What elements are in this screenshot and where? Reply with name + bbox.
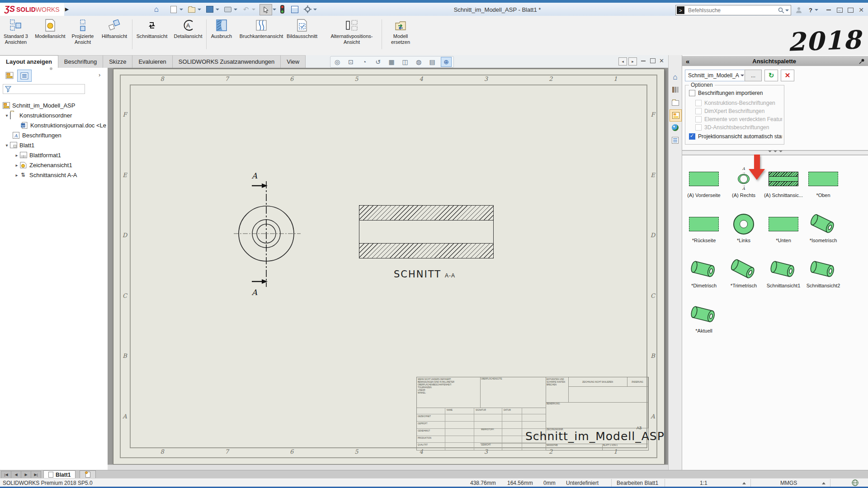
tree-item-konstruktionsjournal[interactable]: W Konstruktionsjournal.doc <Le (0, 120, 108, 130)
zoom-area-icon[interactable]: ⊡ (346, 57, 356, 66)
collapse-arrow-icon[interactable]: ▸ (14, 163, 20, 168)
save-dropdown[interactable] (215, 4, 220, 14)
tree-item-zeichenansicht1[interactable]: ▸ Zeichenansicht1 (0, 160, 108, 170)
graphics-area[interactable]: 87 65 43 21 87 65 43 21 F E D C B A F (108, 68, 668, 470)
rebuild-traffic-light-icon[interactable] (280, 5, 284, 14)
pin-icon[interactable] (859, 58, 865, 64)
tab-view[interactable]: View (281, 55, 306, 68)
palette-view-aktuell[interactable]: *Aktuell (684, 299, 724, 344)
select-tool-button[interactable] (259, 4, 272, 15)
tree-item-beschriftungen[interactable]: A Beschriftungen (0, 130, 108, 140)
add-sheet-tab[interactable] (80, 470, 96, 479)
expand-arrow-icon[interactable]: ▾ (4, 143, 10, 148)
user-account-icon[interactable] (794, 5, 804, 14)
tab-layout-anzeigen[interactable]: Layout anzeigen (0, 55, 58, 68)
browse-button[interactable]: ... (745, 70, 762, 81)
tab-evaluieren[interactable]: Evaluieren (132, 55, 172, 68)
palette-view-links[interactable]: *Links (724, 209, 764, 254)
document-dropdown[interactable]: Schnitt_im_Modell_A (685, 70, 747, 81)
tree-item-konstruktionsordner[interactable]: ▾ Konstruktionsordner (0, 110, 108, 120)
auxiliary-view-button[interactable]: Hilfsansicht (99, 19, 130, 53)
home-icon[interactable]: ⌂ (151, 4, 162, 14)
front-view-with-cut-line[interactable]: A A (226, 167, 311, 302)
help-dropdown[interactable] (814, 5, 819, 14)
palette-view-rueckseite[interactable]: *Rückseite (684, 209, 724, 254)
view-settings-icon[interactable]: ⊕ (441, 57, 452, 67)
collapse-panel-button[interactable]: « (686, 57, 689, 65)
prev-sheet-button[interactable]: ◀ (11, 471, 21, 479)
last-sheet-button[interactable]: ▶| (31, 471, 41, 479)
units-dropdown-arrow[interactable] (822, 482, 826, 484)
checkbox-icon[interactable] (689, 90, 695, 96)
tree-item-blatt1[interactable]: ▾ Blatt1 (0, 140, 108, 150)
child-minimize-icon[interactable] (641, 61, 646, 61)
options-gear-icon[interactable] (302, 4, 313, 14)
undo-dropdown[interactable] (251, 4, 256, 14)
save-icon[interactable] (204, 4, 215, 14)
featuremanager-tree-tab[interactable] (3, 70, 16, 81)
detail-view-button[interactable]: A Detailansicht (171, 19, 205, 53)
minimize-button[interactable] (824, 5, 834, 14)
palette-view-oben[interactable]: *Oben (803, 164, 843, 209)
crop-view-button[interactable]: Bildausschnitt (282, 19, 322, 53)
tree-item-root[interactable]: Schnitt_im_Modell_ASP (0, 100, 108, 110)
view-palette-icon[interactable] (670, 109, 682, 122)
projected-view-button[interactable]: Projizierte Ansicht (67, 19, 99, 53)
collapse-arrow-icon[interactable]: ▸ (14, 153, 20, 158)
tree-filter-input[interactable] (3, 84, 85, 94)
clear-button[interactable]: ✕ (781, 70, 794, 81)
zoom-fit-icon[interactable]: ◎ (332, 57, 342, 66)
tab-skizze[interactable]: Skizze (103, 55, 132, 68)
tab-beschriftung[interactable]: Beschriftung (58, 55, 103, 68)
custom-properties-icon[interactable] (670, 135, 681, 146)
replace-model-button[interactable]: Modell ersetzen (384, 19, 417, 53)
rotate-view-icon[interactable]: ↺ (373, 57, 383, 66)
broken-out-section-button[interactable]: Ausbruch (208, 19, 235, 53)
palette-view-isometrisch[interactable]: *Isometrisch (803, 209, 843, 254)
scene-icon[interactable]: ▤ (427, 57, 437, 66)
print-icon[interactable] (222, 4, 233, 14)
checkbox-auto-start-projected-view[interactable]: Projektionsansicht automatisch starten (689, 133, 782, 140)
search-scope-dropdown[interactable] (785, 9, 789, 11)
model-view-button[interactable]: Modellansicht (32, 19, 69, 53)
design-library-icon[interactable] (670, 84, 681, 95)
file-explorer-icon[interactable] (670, 97, 681, 108)
new-document-dropdown[interactable] (179, 4, 184, 14)
options-dropdown[interactable] (313, 4, 317, 14)
palette-view-trimetrisch[interactable]: *Trimetrisch (724, 254, 764, 299)
units-value[interactable]: MMGS (780, 480, 797, 486)
menu-flyout-arrow[interactable]: ▶ (61, 4, 72, 14)
sheet-tab-blatt1[interactable]: Blatt1 (43, 470, 75, 479)
next-sheet-button[interactable]: ▶ (21, 471, 31, 479)
refresh-button[interactable]: ↻ (764, 70, 778, 81)
section-view[interactable] (359, 205, 494, 258)
alternate-position-view-button[interactable]: Alternativpositions-Ansicht (323, 19, 381, 53)
sheet-scale-value[interactable]: 1:1 (700, 480, 708, 486)
tab-zusatzanwendungen[interactable]: SOLIDWORKS Zusatzanwendungen (173, 55, 281, 68)
restore-span-button[interactable]: ↔ (835, 5, 844, 14)
palette-splitter[interactable] (682, 150, 868, 155)
previous-view-icon[interactable]: ◔ (359, 57, 369, 66)
select-dropdown[interactable] (272, 4, 277, 14)
previous-sheet-window-icon[interactable]: ◂ (618, 57, 627, 66)
drawing-sheet[interactable]: 87 65 43 21 87 65 43 21 F E D C B A F (113, 69, 665, 465)
tree-item-blattformat1[interactable]: ▸ Blattformat1 (0, 150, 108, 160)
palette-view-schnittansicht1[interactable]: Schnittansicht1 (764, 254, 803, 299)
globe-status-icon[interactable] (852, 479, 859, 486)
palette-view-unten[interactable]: *Unten (764, 209, 803, 254)
palette-view-schnittansicht2[interactable]: Schnittansicht2 (803, 254, 843, 299)
first-sheet-button[interactable]: |◀ (1, 471, 11, 479)
palette-view-schnittansicht[interactable]: (A) Schnittansic... (764, 164, 803, 209)
panel-splitter-handle[interactable] (50, 67, 52, 70)
new-document-icon[interactable] (168, 4, 179, 14)
checkbox-icon[interactable] (689, 133, 695, 140)
expand-arrow-icon[interactable]: ▾ (4, 113, 10, 118)
close-button[interactable]: ✕ (856, 5, 866, 14)
checkbox-import-annotations[interactable]: Beschriftungen importieren (689, 90, 782, 96)
child-close-icon[interactable]: ✕ (659, 57, 664, 64)
next-sheet-window-icon[interactable]: ▸ (628, 57, 637, 66)
hide-show-items-icon[interactable]: ◫ (400, 57, 410, 66)
open-icon[interactable] (186, 4, 197, 14)
open-dropdown[interactable] (197, 4, 202, 14)
scale-dropdown-arrow[interactable] (742, 482, 746, 484)
